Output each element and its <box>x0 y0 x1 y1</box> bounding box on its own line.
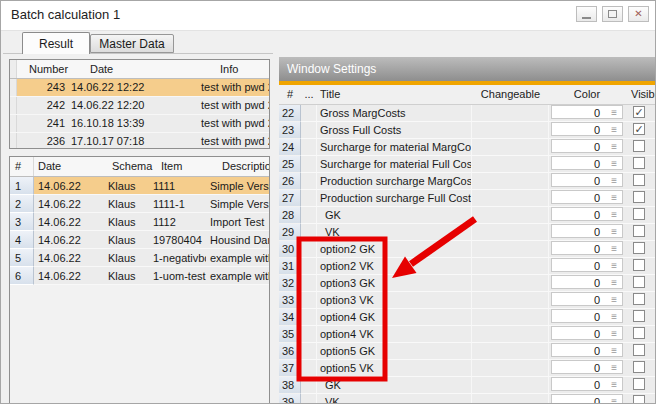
column-header-num[interactable]: # <box>10 157 34 176</box>
column-header-date[interactable]: Date <box>80 60 215 78</box>
visible-checkbox[interactable] <box>633 276 645 288</box>
visible-checkbox[interactable] <box>633 327 645 339</box>
setting-changeable-cell[interactable] <box>472 173 549 190</box>
table-row[interactable]: 24116.10.18 13:39test with pwd 2 <box>10 115 269 133</box>
visible-checkbox[interactable] <box>633 361 645 373</box>
visible-checkbox[interactable] <box>633 174 645 186</box>
visible-checkbox[interactable] <box>633 242 645 254</box>
color-value-box[interactable]: 0≡ <box>551 360 623 374</box>
setting-changeable-cell[interactable] <box>472 139 549 156</box>
table-row[interactable]: 26Production surcharge MargCosts0≡ <box>279 173 656 190</box>
visible-checkbox[interactable]: ✓ <box>633 123 645 135</box>
color-value-box[interactable]: 0≡ <box>551 241 623 255</box>
table-row[interactable]: 33option3 VK0≡ <box>279 292 656 309</box>
table-row[interactable]: 114.06.22Klaus1111Simple Version <box>10 177 269 195</box>
table-row[interactable]: 23617.10.17 07:18test with pwd 2 <box>10 133 269 149</box>
color-value-box[interactable]: 0≡ <box>551 190 623 204</box>
table-row[interactable]: 30option2 GK0≡ <box>279 241 656 258</box>
color-value-box[interactable]: 0≡ <box>551 224 623 238</box>
setting-changeable-cell[interactable] <box>472 241 549 258</box>
visible-checkbox[interactable] <box>633 310 645 322</box>
color-value-box[interactable]: 0≡ <box>551 394 623 404</box>
setting-changeable-cell[interactable] <box>472 394 549 404</box>
table-row[interactable]: 314.06.22Klaus1112Import Test <box>10 213 269 231</box>
column-header-visible[interactable]: Visible <box>631 85 656 104</box>
visible-checkbox[interactable] <box>633 157 645 169</box>
table-row[interactable]: 25Surcharge for material Full Costs0≡ <box>279 156 656 173</box>
color-value-box[interactable]: 0≡ <box>551 122 623 136</box>
visible-checkbox[interactable] <box>633 344 645 356</box>
column-header-title[interactable]: Title <box>320 85 340 104</box>
visible-checkbox[interactable] <box>633 225 645 237</box>
setting-changeable-cell[interactable] <box>472 377 549 394</box>
setting-changeable-cell[interactable] <box>472 258 549 275</box>
visible-checkbox[interactable] <box>633 191 645 203</box>
visible-checkbox[interactable] <box>633 378 645 390</box>
table-row[interactable]: 24314.06.22 12:22test with pwd 2 <box>10 79 269 97</box>
visible-checkbox[interactable]: ✓ <box>633 106 645 118</box>
color-value-box[interactable]: 0≡ <box>551 343 623 357</box>
column-header-changeable[interactable]: Changeable <box>472 85 549 104</box>
table-row[interactable]: 37option5 VK0≡ <box>279 360 656 377</box>
setting-changeable-cell[interactable] <box>472 105 549 122</box>
table-row[interactable]: 514.06.22Klaus1-negativbcexample with <box>10 249 269 267</box>
table-row[interactable]: 34option4 GK0≡ <box>279 309 656 326</box>
table-row[interactable]: 38GK0≡ <box>279 377 656 394</box>
column-header-color[interactable]: Color <box>549 85 625 104</box>
column-header-num[interactable]: # <box>279 85 301 104</box>
table-row[interactable]: 22Gross MargCosts0≡✓ <box>279 105 656 122</box>
table-row[interactable]: 32option3 GK0≡ <box>279 275 656 292</box>
setting-changeable-cell[interactable] <box>472 190 549 207</box>
column-header-item[interactable]: Item <box>157 157 218 176</box>
tab-master-data[interactable]: Master Data <box>90 34 174 53</box>
table-row[interactable]: 36option5 GK0≡ <box>279 343 656 360</box>
color-value-box[interactable]: 0≡ <box>551 275 623 289</box>
color-value-box[interactable]: 0≡ <box>551 105 623 119</box>
color-value-box[interactable]: 0≡ <box>551 258 623 272</box>
table-row[interactable]: 27Production surcharge Full Costs0≡ <box>279 190 656 207</box>
visible-checkbox[interactable] <box>633 208 645 220</box>
color-value-box[interactable]: 0≡ <box>551 292 623 306</box>
setting-changeable-cell[interactable] <box>472 360 549 377</box>
visible-checkbox[interactable] <box>633 395 645 404</box>
table-row[interactable]: 28GK0≡ <box>279 207 656 224</box>
column-header-dots[interactable]: ... <box>301 85 317 104</box>
color-value-box[interactable]: 0≡ <box>551 156 623 170</box>
setting-changeable-cell[interactable] <box>472 343 549 360</box>
color-value-box[interactable]: 0≡ <box>551 377 623 391</box>
visible-checkbox[interactable] <box>633 259 645 271</box>
column-header-date[interactable]: Date <box>34 157 108 176</box>
visible-checkbox[interactable] <box>633 140 645 152</box>
table-row[interactable]: 35option4 VK0≡ <box>279 326 656 343</box>
color-value-box[interactable]: 0≡ <box>551 207 623 221</box>
setting-changeable-cell[interactable] <box>472 224 549 241</box>
setting-changeable-cell[interactable] <box>472 207 549 224</box>
table-row[interactable]: 614.06.22Klaus1-uom-testexample with <box>10 267 269 285</box>
close-button[interactable]: ✕ <box>628 6 649 22</box>
setting-changeable-cell[interactable] <box>472 326 549 343</box>
setting-changeable-cell[interactable] <box>472 292 549 309</box>
table-row[interactable]: 24Surcharge for material MargCosts0≡ <box>279 139 656 156</box>
color-value-box[interactable]: 0≡ <box>551 139 623 153</box>
table-row[interactable]: 24214.06.22 12:20test with pwd 2 <box>10 97 269 115</box>
visible-checkbox[interactable] <box>633 293 645 305</box>
table-row[interactable]: 414.06.22Klaus19780404Housind Dam <box>10 231 269 249</box>
table-row[interactable]: 214.06.22Klaus1111-1Simple Version <box>10 195 269 213</box>
tab-result[interactable]: Result <box>22 32 90 54</box>
table-row[interactable]: 29VK0≡ <box>279 224 656 241</box>
setting-changeable-cell[interactable] <box>472 309 549 326</box>
table-row[interactable]: 23Gross Full Costs0≡✓ <box>279 122 656 139</box>
column-header-number[interactable]: Number <box>17 60 80 78</box>
setting-changeable-cell[interactable] <box>472 275 549 292</box>
color-value-box[interactable]: 0≡ <box>551 309 623 323</box>
setting-changeable-cell[interactable] <box>472 122 549 139</box>
maximize-button[interactable] <box>602 6 623 22</box>
minimize-button[interactable] <box>576 6 597 22</box>
column-header-description[interactable]: Description <box>218 157 269 176</box>
table-row[interactable]: 31option2 VK0≡ <box>279 258 656 275</box>
column-header-info[interactable]: Info <box>215 60 269 78</box>
color-value-box[interactable]: 0≡ <box>551 326 623 340</box>
setting-changeable-cell[interactable] <box>472 156 549 173</box>
column-header-schema[interactable]: Schema <box>108 157 157 176</box>
table-row[interactable]: 39VK0≡ <box>279 394 656 404</box>
